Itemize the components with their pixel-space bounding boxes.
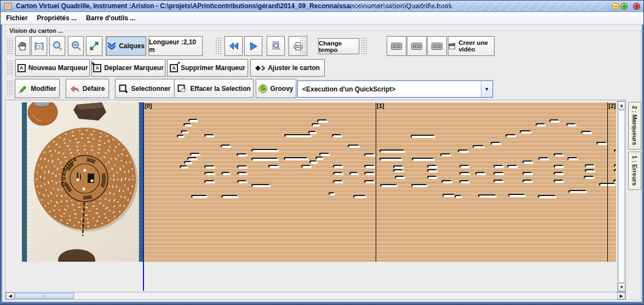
punch-hole[interactable] — [183, 123, 191, 126]
punch-hole[interactable] — [364, 172, 374, 175]
punch-hole[interactable] — [442, 194, 455, 197]
punch-hole[interactable] — [237, 180, 246, 183]
punch-hole[interactable] — [458, 149, 468, 152]
punch-hole[interactable] — [440, 153, 450, 156]
punch-hole[interactable] — [333, 172, 342, 175]
punch-hole[interactable] — [221, 172, 229, 175]
punch-hole[interactable] — [333, 180, 342, 183]
menu-fichier[interactable]: Fichier — [6, 14, 27, 22]
change-tempo-button[interactable]: Change tempo — [318, 38, 359, 54]
punch-hole[interactable] — [204, 134, 214, 137]
punch-hole[interactable] — [284, 157, 307, 160]
punch-hole[interactable] — [584, 176, 594, 179]
punch-hole[interactable] — [614, 164, 616, 167]
punch-hole[interactable] — [554, 153, 563, 156]
punch-hole[interactable] — [190, 153, 199, 156]
punch-hole[interactable] — [380, 184, 396, 187]
punch-hole[interactable] — [333, 165, 342, 168]
groovy-button[interactable]: G Groovy — [256, 79, 296, 98]
punch-hole[interactable] — [251, 184, 269, 187]
toolbar2-handle[interactable] — [7, 60, 14, 76]
toolbar1-handle[interactable] — [7, 37, 14, 55]
calques-toggle-button[interactable]: Calques — [106, 36, 146, 56]
punch-hole[interactable] — [312, 123, 319, 126]
delete-marker-button[interactable]: A↗ Supprimer Marqueur — [167, 59, 248, 77]
create-video-button[interactable]: Creer une vidéo — [448, 36, 495, 56]
punch-hole[interactable] — [613, 180, 616, 182]
undo-button[interactable]: Défaire — [66, 79, 109, 98]
vertical-scrollbar[interactable]: ▲ ▼ — [617, 101, 626, 292]
punch-hole[interactable] — [187, 157, 197, 160]
maximize-button[interactable]: + — [620, 3, 628, 10]
punch-hole[interactable] — [411, 184, 427, 187]
punch-hole[interactable] — [353, 195, 365, 198]
punch-hole[interactable] — [459, 180, 469, 183]
punch-hole[interactable] — [364, 153, 374, 156]
menu-proprietes[interactable]: Propriétés ... — [37, 14, 77, 22]
punch-hole[interactable] — [473, 145, 484, 148]
punch-hole[interactable] — [567, 157, 577, 160]
punch-hole[interactable] — [522, 172, 532, 175]
punch-hole[interactable] — [478, 194, 496, 197]
marker-zero-line[interactable] — [143, 102, 144, 291]
punch-hole[interactable] — [332, 134, 341, 137]
punch-hole[interactable] — [191, 195, 206, 198]
horizontal-scroll-thumb[interactable] — [15, 293, 74, 299]
punch-hole[interactable] — [204, 165, 214, 168]
vertical-scroll-thumb[interactable] — [618, 110, 625, 283]
close-button[interactable]: × — [633, 3, 640, 10]
punch-hole[interactable] — [441, 180, 451, 183]
punch-hole[interactable] — [507, 165, 517, 168]
quickscript-combobox[interactable]: <Execution d'un QuickScript> ▼ — [297, 80, 493, 97]
punch-hole[interactable] — [364, 180, 374, 183]
punch-hole[interactable] — [204, 172, 214, 175]
punch-hole[interactable] — [455, 195, 461, 198]
punch-hole[interactable] — [237, 165, 246, 168]
move-marker-button[interactable]: A✛ Deplacer Marqueur — [91, 59, 165, 77]
punch-hole[interactable] — [614, 149, 616, 152]
play-button[interactable] — [244, 36, 262, 56]
punch-hole[interactable] — [268, 165, 278, 168]
scroll-down-button[interactable]: ▼ — [618, 283, 625, 291]
punch-hole[interactable] — [520, 130, 531, 133]
punch-hole[interactable] — [204, 180, 214, 183]
punch-hole[interactable] — [566, 123, 576, 126]
punch-hole[interactable] — [538, 157, 548, 160]
select-button[interactable]: Selectionner — [115, 79, 174, 98]
punch-hole[interactable] — [309, 160, 317, 163]
punch-hole[interactable] — [538, 195, 555, 198]
punch-hole[interactable] — [380, 149, 404, 152]
punch-hole[interactable] — [427, 169, 436, 172]
punch-hole[interactable] — [581, 131, 591, 134]
scroll-right-button[interactable]: ▶ — [617, 292, 625, 300]
punch-hole[interactable] — [237, 153, 246, 156]
punch-hole[interactable] — [493, 172, 503, 175]
punch-hole[interactable] — [493, 180, 503, 182]
book-view-canvas[interactable]: Quadrille [0][1][2] ▲ ▼ ◀ ▶ — [5, 100, 626, 300]
title-bar[interactable]: Carton Virtuel Quadrille, Instrument :Ar… — [1, 1, 643, 12]
punch-hole[interactable] — [549, 119, 559, 122]
punch-hole[interactable] — [308, 131, 315, 134]
punch-hole[interactable] — [177, 135, 183, 137]
zoom-in-button[interactable] — [49, 36, 65, 56]
punch-hole[interactable] — [459, 165, 469, 168]
new-marker-button[interactable]: A Nouveau Marqueur — [15, 59, 90, 77]
punch-hole[interactable] — [329, 192, 334, 195]
punch-hole[interactable] — [251, 158, 278, 160]
punch-hole[interactable] — [596, 142, 606, 145]
expand-view-button[interactable] — [86, 36, 102, 56]
punch-hole[interactable] — [614, 169, 616, 172]
punch-hole[interactable] — [505, 134, 515, 137]
punch-hole[interactable] — [427, 165, 436, 168]
punch-hole[interactable] — [568, 190, 586, 193]
punch-hole[interactable] — [301, 165, 311, 168]
scroll-left-button[interactable]: ◀ — [6, 292, 14, 300]
punch-hole[interactable] — [411, 135, 434, 137]
punch-hole[interactable] — [393, 165, 403, 168]
punch-hole[interactable] — [508, 194, 525, 197]
tape-output-button-2[interactable] — [407, 36, 427, 56]
modify-button[interactable]: Modifier — [15, 79, 60, 98]
punch-hole[interactable] — [585, 164, 594, 167]
adjust-book-button[interactable]: Ajuster le carton — [250, 59, 325, 77]
punch-hole[interactable] — [181, 130, 187, 133]
